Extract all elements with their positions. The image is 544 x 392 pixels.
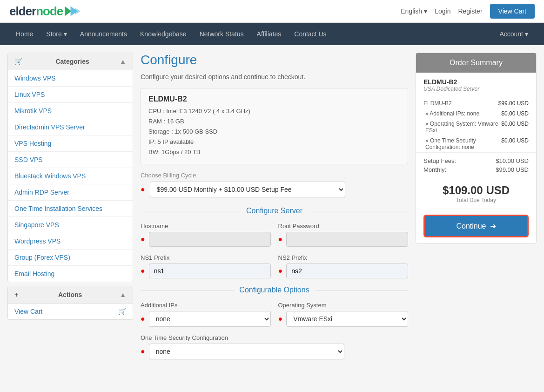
nav-affiliates[interactable]: Affiliates — [250, 23, 288, 45]
sidebar-item[interactable]: Mikrotik VPS — [8, 103, 133, 119]
nav-knowledgebase[interactable]: Knowledgebase — [134, 23, 193, 45]
summary-product-name: ELDMU-B2 — [423, 78, 529, 86]
sidebar-item[interactable]: Admin RDP Server — [8, 184, 133, 201]
order-totals: Setup Fees: $10.00 USD Monthly: $99.00 U… — [416, 152, 536, 178]
collapse-icon[interactable]: ▲ — [120, 58, 126, 65]
svg-marker-0 — [65, 6, 71, 16]
order-line-items: ELDMU-B2$99.00 USD» Additional IPs: none… — [416, 98, 536, 152]
language-button[interactable]: English ▾ — [401, 7, 427, 15]
ns1-input[interactable] — [149, 264, 271, 278]
product-storage: Storage : 1x 500 GB SSD — [148, 127, 400, 137]
plus-icon: + — [14, 291, 18, 298]
main-content: Configure Configure your desired options… — [141, 53, 408, 367]
sidebar-item[interactable]: Email Hosting — [8, 266, 133, 282]
monthly-row: Monthly: $99.00 USD — [423, 165, 529, 174]
line-item-label: ELDMU-B2 — [423, 100, 452, 107]
sidebar-item[interactable]: Bluestack Windows VPS — [8, 168, 133, 184]
sidebar-view-cart[interactable]: View Cart 🛒 — [8, 304, 133, 319]
hostname-input[interactable] — [149, 232, 271, 247]
sidebar-item[interactable]: SSD VPS — [8, 152, 133, 168]
operating-system-select[interactable]: Vmware ESxi — [286, 311, 408, 327]
billing-cycle-section: Choose Billing Cycle ● $99.00 USD Monthl… — [141, 172, 408, 197]
line-item-price: $99.00 USD — [498, 100, 529, 107]
sidebar-item[interactable]: Directadmin VPS Server — [8, 119, 133, 135]
divider-line-right — [308, 211, 408, 211]
logo-node: node — [36, 4, 63, 18]
summary-product-type: USA Dedicated Server — [423, 86, 529, 92]
additional-ips-select[interactable]: none — [149, 311, 271, 327]
configurable-options-divider: Configurable Options — [141, 286, 408, 294]
continue-button[interactable]: Continue ➜ — [423, 215, 529, 237]
setup-fees-row: Setup Fees: $10.00 USD — [423, 156, 529, 165]
one-time-security-label: One Time Security Configuration — [141, 334, 408, 341]
order-summary: Order Summary ELDMU-B2 USA Dedicated Ser… — [416, 53, 537, 367]
ns1-group: NS1 Prefix ● — [141, 254, 271, 278]
setup-fees-label: Setup Fees: — [423, 157, 456, 164]
nav-bar: Home Store ▾ Announcements Knowledgebase… — [0, 23, 544, 45]
nav-store[interactable]: Store ▾ — [40, 23, 73, 45]
product-name: ELDMU-B2 — [148, 95, 400, 103]
divider-line-left2 — [141, 290, 234, 291]
divider-line-left — [141, 211, 241, 211]
sidebar-item[interactable]: One Time Installation Services — [8, 201, 133, 217]
additional-ips-label: Additional IPs — [141, 302, 271, 309]
logo-icon — [65, 5, 81, 17]
line-item-label: » Operating System: Vmware ESxi — [425, 121, 501, 134]
sidebar-item[interactable]: VPS Hosting — [8, 135, 133, 152]
one-time-security-group: One Time Security Configuration ● none — [141, 334, 408, 359]
configurable-options-grid: Additional IPs ● none Operating System ●… — [141, 302, 408, 327]
categories-header: 🛒 Categories ▲ — [8, 53, 133, 70]
root-password-input[interactable] — [286, 232, 408, 247]
nav-contact-us[interactable]: Contact Us — [288, 23, 333, 45]
cart-icon: 🛒 — [14, 58, 22, 65]
sidebar-item[interactable]: Wordpress VPS — [8, 233, 133, 250]
ns1-label: NS1 Prefix — [141, 254, 271, 261]
login-link[interactable]: Login — [435, 7, 450, 15]
nav-account[interactable]: Account ▾ — [493, 23, 535, 45]
monthly-label: Monthly: — [423, 166, 446, 173]
operating-system-label: Operating System — [278, 302, 409, 309]
continue-label: Continue — [456, 222, 486, 230]
register-link[interactable]: Register — [458, 7, 482, 15]
order-summary-box: Order Summary ELDMU-B2 USA Dedicated Ser… — [416, 53, 537, 243]
language-label: English — [401, 7, 422, 15]
root-password-required-dot: ● — [278, 235, 283, 243]
view-cart-button[interactable]: View Cart — [490, 4, 535, 19]
nav-network-status[interactable]: Network Status — [193, 23, 250, 45]
order-line-item: » Operating System: Vmware ESxi$0.00 USD — [416, 119, 536, 135]
cart-icon: 🛒 — [118, 308, 126, 315]
order-line-item: ELDMU-B2$99.00 USD — [416, 98, 536, 108]
nav-announcements[interactable]: Announcements — [74, 23, 134, 45]
collapse-actions-icon[interactable]: ▲ — [120, 291, 126, 298]
actions-header: + Actions ▲ — [8, 286, 133, 304]
line-item-price: $0.00 USD — [501, 137, 529, 150]
hostname-required-dot: ● — [141, 235, 145, 243]
additional-ips-group: Additional IPs ● none — [141, 302, 271, 327]
ns2-group: NS2 Prefix ● — [278, 254, 409, 278]
configure-server-divider: Configure Server — [141, 207, 408, 215]
line-item-label: » One Time Security Configuration: none — [425, 137, 501, 150]
nav-home[interactable]: Home — [9, 23, 40, 45]
one-time-security-select[interactable]: none — [149, 344, 344, 359]
chevron-down-icon: ▾ — [525, 30, 528, 38]
product-bw: BW: 1Gbps / 20 TB — [148, 147, 400, 157]
billing-cycle-select[interactable]: $99.00 USD Monthly + $10.00 USD Setup Fe… — [150, 182, 345, 197]
ns2-input[interactable] — [286, 264, 408, 278]
hostname-label: Hostname — [141, 223, 271, 230]
sidebar-item[interactable]: Singapore VPS — [8, 217, 133, 233]
grand-total: $109.00 USD Total Due Today — [416, 178, 536, 209]
sidebar-item[interactable]: Windows VPS — [8, 70, 133, 87]
root-password-group: Root Password ● — [278, 223, 409, 247]
product-ip: IP: 5 IP available — [148, 137, 400, 147]
order-summary-header: Order Summary — [416, 53, 536, 73]
monthly-value: $99.00 USD — [496, 166, 529, 173]
categories-label: Categories — [55, 58, 89, 65]
product-info: ELDMU-B2 CPU : Intel E3 1240 V2 ( 4 x 3.… — [141, 88, 408, 164]
setup-fees-value: $10.00 USD — [496, 157, 529, 164]
required-dot: ● — [141, 185, 145, 194]
configure-server-label: Configure Server — [246, 207, 302, 215]
sidebar-item[interactable]: Linux VPS — [8, 87, 133, 103]
operating-system-group: Operating System ● Vmware ESxi — [278, 302, 409, 327]
sidebar-item[interactable]: Group (Forex VPS) — [8, 250, 133, 266]
product-ram: RAM : 16 GB — [148, 116, 400, 127]
